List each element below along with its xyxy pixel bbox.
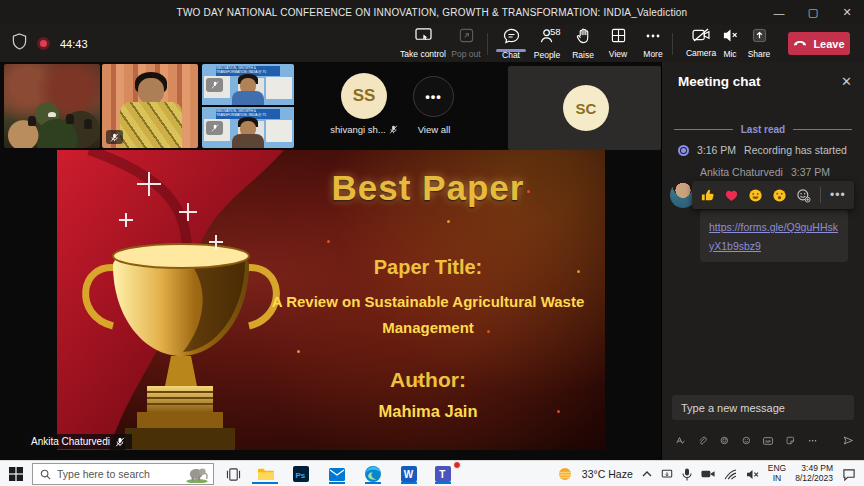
mic-muted-icon (206, 78, 223, 92)
emoji-icon[interactable] (742, 434, 751, 447)
mic-muted-icon (389, 125, 398, 134)
toolbar-divider (672, 33, 673, 55)
share-button[interactable]: Share (736, 28, 782, 59)
pop-out-button[interactable]: Pop out (443, 28, 489, 59)
weather-text[interactable]: 33°C Haze (582, 468, 633, 480)
compose-input[interactable] (672, 395, 854, 420)
author-label: Author: (269, 368, 587, 392)
people-count: 58 (550, 26, 561, 37)
laugh-reaction[interactable] (748, 188, 763, 203)
meeting-chat-panel: Meeting chat ✕ Last read 3:16 PM Recordi… (661, 62, 864, 460)
app-underline (365, 482, 381, 484)
video-tile-stack: INNOVATION, GROWTH & TRANSFORMATION: IND… (202, 64, 294, 148)
teams-notification-badge (453, 461, 461, 469)
network-tray-icon[interactable] (724, 469, 737, 480)
mic-muted-icon (106, 130, 123, 144)
message-bubble: https://forms.gle/Q9guHHskyX1b9sbz9 (700, 210, 848, 262)
attach-icon[interactable] (698, 434, 707, 447)
maximize-button[interactable]: ▢ (796, 0, 830, 25)
active-app-underline (252, 482, 278, 484)
action-center-icon[interactable] (842, 468, 856, 481)
weather-icon[interactable] (557, 466, 573, 482)
app-underline (329, 482, 345, 484)
edge-icon[interactable] (358, 464, 388, 484)
meeting-stage: INNOVATION, GROWTH & TRANSFORMATION: IND… (0, 62, 661, 460)
teams-icon[interactable]: T (428, 464, 458, 484)
window-titlebar: TWO DAY NATIONAL CONFERENCE ON INNOVATIO… (0, 0, 864, 25)
search-icon (40, 469, 51, 480)
chat-active-underline (496, 49, 526, 52)
message-time: 3:37 PM (791, 166, 830, 178)
file-explorer-icon[interactable] (250, 464, 280, 484)
loop-component-icon[interactable] (720, 434, 729, 447)
chat-icon (503, 28, 520, 48)
thumbs-up-reaction[interactable] (700, 188, 715, 203)
gif-icon[interactable]: GIF (763, 435, 773, 447)
compose-more-icon[interactable] (808, 434, 817, 447)
chat-close-button[interactable]: ✕ (841, 74, 852, 89)
chat-panel-title: Meeting chat (678, 74, 761, 89)
meeting-toolbar: 44:43 Take control Pop out Chat (0, 25, 864, 62)
close-button[interactable]: ✕ (830, 0, 864, 25)
recording-started-event: 3:16 PM Recording has started (678, 144, 847, 156)
reaction-more-button[interactable]: ••• (830, 188, 846, 202)
share-icon (752, 28, 767, 47)
more-icon (645, 28, 661, 47)
take-control-button[interactable]: Take control (400, 28, 446, 59)
start-button[interactable] (9, 467, 23, 485)
author-name: Mahima Jain (269, 402, 587, 421)
window-title: TWO DAY NATIONAL CONFERENCE ON INNOVATIO… (0, 7, 864, 18)
search-highlight-elephant-image (185, 465, 209, 483)
volume-muted-tray-icon[interactable] (746, 469, 759, 480)
word-icon[interactable]: W (394, 464, 424, 484)
recording-event-icon (678, 145, 689, 156)
minimize-button[interactable]: — (762, 0, 796, 25)
app-underline (401, 482, 417, 484)
photoshop-icon[interactable]: Ps (286, 464, 316, 484)
send-icon[interactable] (843, 433, 854, 448)
svg-text:W: W (404, 469, 414, 480)
shared-slide: Best Paper Paper Title: A Review on Sust… (57, 150, 605, 450)
view-grid-icon (611, 28, 626, 47)
app-underline (435, 482, 451, 484)
sticker-icon[interactable] (786, 434, 795, 447)
format-icon[interactable] (676, 434, 685, 447)
slide-title: Best Paper (269, 168, 587, 208)
task-view-button[interactable] (218, 464, 248, 484)
surprised-reaction[interactable] (772, 188, 787, 203)
message-link[interactable]: https://forms.gle/Q9guHHskyX1b9sbz9 (709, 221, 838, 252)
people-icon: 58 (540, 28, 555, 48)
view-all-button[interactable]: ••• (413, 76, 454, 117)
heart-reaction[interactable] (724, 188, 739, 203)
camera-tray-icon[interactable] (701, 469, 715, 479)
mail-icon[interactable] (322, 464, 352, 484)
windows-taskbar: Ps W T 33°C Haze (0, 460, 864, 486)
mic-tray-icon[interactable] (682, 468, 692, 481)
video-tile-speaker[interactable] (102, 64, 198, 148)
paper-title-text: A Review on Sustainable Agricultural Was… (269, 289, 587, 342)
participant-avatar-ss[interactable]: SS (341, 73, 387, 119)
leave-button[interactable]: Leave (788, 32, 850, 55)
svg-text:Ps: Ps (296, 471, 306, 480)
view-all-label: View all (398, 124, 470, 135)
tray-expand-icon[interactable] (642, 470, 652, 478)
video-tile-participant[interactable]: INNOVATION, GROWTH & TRANSFORMATION: IND… (202, 107, 294, 148)
last-read-divider: Last read (674, 124, 852, 135)
video-tile-participant[interactable]: INNOVATION, GROWTH & TRANSFORMATION: IND… (202, 64, 294, 105)
mic-muted-icon (206, 121, 223, 135)
presenter-name-tag: Ankita Chaturvedi (24, 434, 132, 449)
more-button[interactable]: More (630, 28, 676, 59)
svg-text:T: T (439, 469, 445, 480)
mic-muted-icon (115, 437, 125, 447)
add-reaction-icon[interactable] (796, 188, 811, 203)
taskbar-search[interactable] (32, 463, 214, 485)
recording-indicator-icon (37, 37, 50, 50)
clock[interactable]: 3:49 PM 8/12/2023 (795, 464, 833, 484)
search-input[interactable] (57, 468, 179, 480)
participant-tile-sc[interactable]: SC (508, 66, 661, 150)
raise-hand-icon (576, 28, 591, 48)
display-tray-icon[interactable] (661, 468, 673, 480)
language-indicator[interactable]: ENG IN (768, 464, 786, 484)
participant-avatar-sc: SC (563, 85, 609, 131)
video-tile-room[interactable] (4, 64, 100, 148)
